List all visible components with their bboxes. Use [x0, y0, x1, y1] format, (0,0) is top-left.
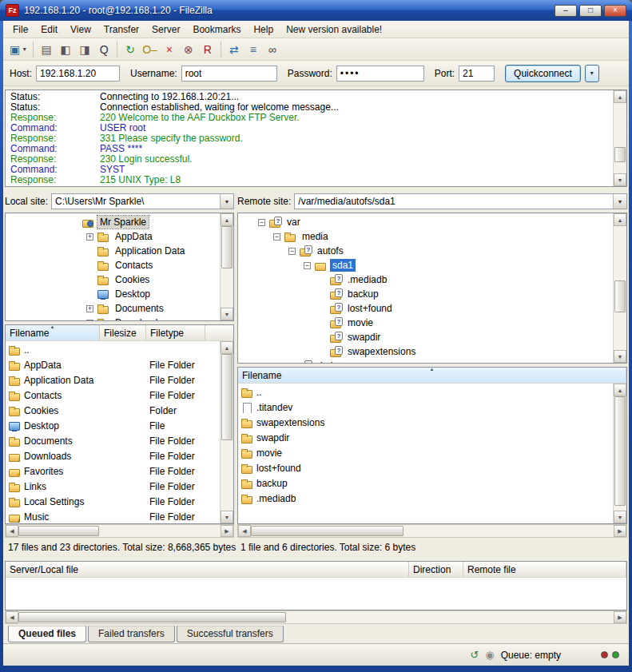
scrollbar-track[interactable]: [18, 525, 221, 537]
scrollbar-track[interactable]: [18, 611, 614, 623]
queue-toggle-button[interactable]: Q: [94, 41, 113, 58]
menu-new-version-available[interactable]: New version available!: [280, 22, 388, 38]
tree-item-documents[interactable]: +Documents: [6, 301, 220, 316]
remote-tree-toggle-button[interactable]: ◨: [75, 41, 94, 58]
site-manager-button[interactable]: ▣▼: [7, 41, 30, 58]
file-row-cookies[interactable]: CookiesFolder: [6, 403, 220, 418]
tab-successful-transfers[interactable]: Successful transfers: [177, 626, 284, 642]
chevron-down-icon[interactable]: ▼: [22, 46, 27, 52]
scroll-up-button[interactable]: ▲: [221, 341, 233, 354]
scroll-down-button[interactable]: ▼: [614, 511, 626, 523]
host-input[interactable]: [36, 66, 120, 82]
column-header-server-local-file[interactable]: Server/Local file: [6, 562, 409, 577]
remote-list-scrollbar[interactable]: ▲▼: [613, 384, 626, 523]
local-site-dropdown-button[interactable]: ▼: [220, 194, 233, 209]
scrollbar-track[interactable]: [614, 396, 626, 511]
disconnect-button[interactable]: ⊗: [179, 41, 198, 58]
expander-plus-icon[interactable]: +: [86, 233, 93, 241]
file-row-contacts[interactable]: ContactsFile Folder: [6, 388, 220, 403]
local-hscrollbar[interactable]: ◀▶: [5, 524, 234, 538]
scrollbar-track[interactable]: [221, 354, 233, 511]
scrollbar-track[interactable]: [251, 525, 614, 537]
menu-bookmarks[interactable]: Bookmarks: [186, 22, 247, 38]
scroll-down-button[interactable]: ▼: [614, 173, 626, 186]
tree-item-swapextensions[interactable]: swapextensions: [238, 344, 613, 359]
tree-item-downloads[interactable]: +Downloads: [6, 316, 220, 320]
scrollbar-thumb[interactable]: [221, 354, 233, 440]
minimize-button[interactable]: –: [554, 5, 577, 17]
scroll-left-button[interactable]: ◀: [238, 525, 251, 537]
column-header-filetype[interactable]: Filetype: [146, 325, 205, 340]
scroll-up-button[interactable]: ▲: [614, 213, 626, 226]
file-row-music[interactable]: MusicFile Folder: [6, 509, 220, 523]
file-row-backup[interactable]: backup: [238, 475, 613, 491]
cancel-button[interactable]: ×: [160, 41, 179, 58]
expander-minus-icon[interactable]: −: [304, 262, 311, 269]
file-row-titandev[interactable]: .titandev: [238, 400, 613, 415]
tree-item-autofs[interactable]: −autofs: [238, 244, 613, 258]
refresh-button[interactable]: ↻: [121, 41, 140, 58]
scrollbar-thumb[interactable]: [614, 280, 626, 312]
expander-minus-icon[interactable]: −: [258, 219, 265, 226]
menu-server[interactable]: Server: [145, 22, 186, 38]
file-row-swapdir[interactable]: swapdir: [238, 430, 613, 445]
tree-item-movie[interactable]: movie: [238, 316, 613, 330]
file-row-item[interactable]: ..: [238, 384, 613, 400]
queue-hscrollbar[interactable]: ◀▶: [5, 610, 627, 624]
key-button[interactable]: O–: [140, 41, 160, 58]
file-row-lost-found[interactable]: lost+found: [238, 460, 613, 475]
tree-item-lost-found[interactable]: lost+found: [238, 301, 613, 316]
scrollbar-thumb[interactable]: [18, 526, 99, 536]
remote-tree-scrollbar[interactable]: ▲▼: [613, 213, 626, 363]
port-input[interactable]: [459, 66, 495, 82]
file-row-local-settings[interactable]: Local SettingsFile Folder: [6, 494, 220, 509]
remote-hscrollbar[interactable]: ◀▶: [237, 524, 627, 538]
scroll-right-button[interactable]: ▶: [614, 611, 626, 623]
expander-plus-icon[interactable]: +: [86, 320, 93, 321]
maximize-button[interactable]: □: [579, 5, 602, 17]
synchronized-browsing-button[interactable]: ⇄: [225, 41, 244, 58]
remote-site-input[interactable]: [295, 194, 613, 209]
tree-item-media[interactable]: −media: [238, 229, 613, 244]
local-site-combo[interactable]: ▼: [51, 193, 234, 209]
reconnect-button[interactable]: R: [198, 41, 217, 58]
sync-indicator-icon[interactable]: ↺: [470, 650, 479, 660]
tree-item-var[interactable]: −var: [238, 215, 613, 229]
scrollbar-track[interactable]: [614, 103, 626, 173]
title-bar[interactable]: Fz 192.168.1.20 - root@192.168.1.20 - Fi…: [0, 0, 632, 21]
close-button[interactable]: ×: [604, 5, 626, 17]
menu-edit[interactable]: Edit: [34, 22, 64, 38]
remote-site-dropdown-button[interactable]: ▼: [613, 194, 626, 209]
tree-item-sda1[interactable]: −sda1: [238, 258, 613, 272]
file-row-item[interactable]: ..: [6, 342, 220, 357]
local-tree-scrollbar[interactable]: ▲▼: [220, 213, 233, 320]
tab-failed-transfers[interactable]: Failed transfers: [88, 626, 175, 642]
tree-item-dvd[interactable]: dvd: [238, 359, 613, 363]
tree-item-mr-sparkle[interactable]: Mr Sparkle: [6, 215, 220, 229]
speed-limit-icon[interactable]: ◉: [485, 650, 494, 660]
file-row-links[interactable]: LinksFile Folder: [6, 479, 220, 494]
scrollbar-thumb[interactable]: [251, 526, 403, 536]
username-input[interactable]: [181, 66, 277, 82]
scrollbar-track[interactable]: [221, 226, 233, 308]
menu-transfer[interactable]: Transfer: [97, 22, 145, 38]
tree-item-desktop[interactable]: Desktop: [6, 287, 220, 301]
column-header-filesize[interactable]: Filesize: [100, 325, 146, 340]
scroll-up-button[interactable]: ▲: [221, 213, 233, 226]
file-row-favorites[interactable]: FavoritesFile Folder: [6, 463, 220, 479]
expander-plus-icon[interactable]: +: [86, 305, 93, 312]
scrollbar-thumb[interactable]: [614, 147, 626, 162]
quickconnect-dropdown-button[interactable]: ▼: [585, 65, 599, 82]
file-row-downloads[interactable]: DownloadsFile Folder: [6, 448, 220, 463]
scrollbar-thumb[interactable]: [614, 396, 626, 506]
tree-item-mediadb[interactable]: .mediadb: [238, 272, 613, 287]
log-scrollbar[interactable]: ▲▼: [613, 90, 626, 186]
menu-file[interactable]: File: [6, 22, 34, 38]
local-site-input[interactable]: [52, 194, 220, 209]
file-row-application-data[interactable]: Application DataFile Folder: [6, 372, 220, 388]
menu-help[interactable]: Help: [247, 22, 280, 38]
column-header-direction[interactable]: Direction: [409, 562, 463, 577]
scroll-left-button[interactable]: ◀: [6, 525, 18, 537]
tree-item-cookies[interactable]: Cookies: [6, 272, 220, 287]
tree-item-appdata[interactable]: +AppData: [6, 229, 220, 244]
